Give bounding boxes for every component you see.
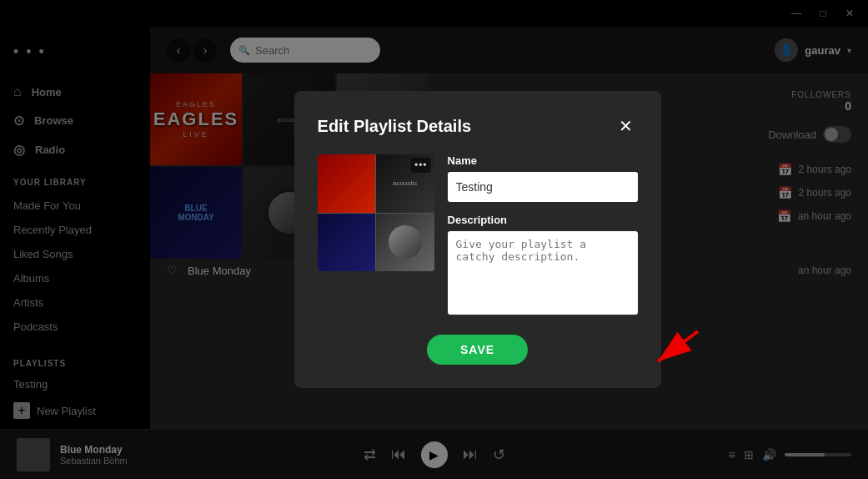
modal-album-grid: acoustic ••• (318, 154, 434, 271)
description-textarea[interactable] (448, 231, 638, 315)
name-input[interactable] (448, 172, 638, 202)
modal-header: Edit Playlist Details ✕ (318, 114, 638, 138)
modal-album-cell-1 (318, 154, 376, 213)
modal-body: acoustic ••• Name Description (318, 154, 638, 318)
save-button[interactable]: SAVE (427, 335, 528, 365)
modal-album-cell-4 (376, 214, 434, 272)
modal-title: Edit Playlist Details (318, 117, 472, 136)
modal-album-cell-3 (318, 214, 376, 272)
arrow-indicator (638, 323, 705, 373)
modal-album-cell-2: acoustic ••• (376, 154, 434, 213)
modal-form: Name Description (448, 154, 638, 318)
modal-album-thumbnail: acoustic ••• (318, 154, 434, 271)
name-label: Name (448, 154, 638, 167)
more-options-icon: ••• (411, 158, 431, 173)
svg-line-1 (658, 331, 698, 361)
modal-footer: SAVE (318, 335, 638, 365)
description-label: Description (448, 214, 638, 226)
edit-playlist-modal: Edit Playlist Details ✕ acoustic ••• Nam… (294, 91, 661, 388)
modal-close-button[interactable]: ✕ (615, 114, 638, 138)
